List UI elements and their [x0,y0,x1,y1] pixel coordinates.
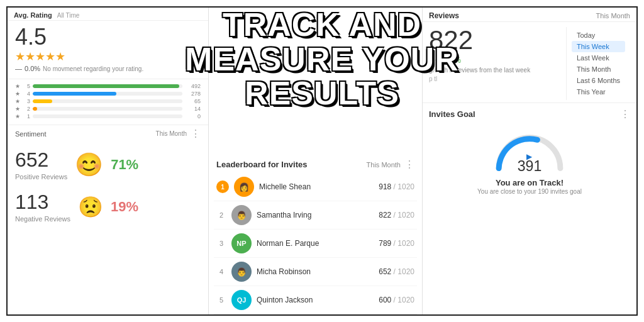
right-panel: Reviews This Month 822 ↑ +23.8% growth i… [423,8,636,314]
sentiment-more-icon[interactable]: ⋮ [191,128,201,140]
reviews-truncated: p tl [429,75,560,82]
negative-label: Negative Reviews [15,215,70,223]
reviews-count-block: 822 ↑ +23.8% growth in reviews from the … [429,27,560,100]
reviews-growth-text: growth in reviews from the last week [429,66,560,74]
middle-panel: Leaderboard for Invites This Month ⋮ 1 👩… [209,8,423,314]
bar-label-3: 3 [21,98,30,104]
bar-chart: ★ 5 492 ★ 4 278 ★ 3 6 [8,79,208,125]
leaderboard-period[interactable]: This Month [367,161,401,169]
leader-avatar-1: 👩 [234,177,254,197]
bar-count-2: 14 [185,106,201,112]
leader-item: 1 👩 Michelle Shean 918 / 1020 [214,173,417,201]
bar-count-5: 492 [185,83,201,89]
leaderboard-more-icon[interactable]: ⋮ [404,158,414,170]
menu-item-today[interactable]: Today [572,30,625,41]
leaderboard-header: Leaderboard for Invites This Month ⋮ [209,153,422,173]
invites-goal-more-icon[interactable]: ⋮ [620,108,630,120]
left-panel: Avg. Rating All Time 4.5 ★★★★★ — 0.0% No… [8,8,209,314]
gauge-chart: ▶ 391 [486,126,574,177]
reviews-title: Reviews [429,11,459,20]
positive-label: Positive Reviews [15,173,67,180]
reviews-main: 822 ↑ +23.8% growth in reviews from the … [423,22,636,103]
bar-row-1: ★ 1 0 [15,113,201,119]
reviews-big-number: 822 [429,27,560,53]
bar-count-3: 65 [185,98,201,104]
reviews-period[interactable]: This Month [596,12,630,19]
up-arrow-icon: ↑ [429,56,433,65]
negative-row: 113 Negative Reviews 😟 19% [15,191,201,223]
sentiment-body: 652 Positive Reviews 😊 71% 113 Negative … [8,142,208,229]
bar-row-5: ★ 5 492 [15,83,201,89]
bar-track-3 [33,99,182,103]
bar-label-5: 5 [21,83,30,89]
leader-score-3: 789 / 1020 [379,239,414,248]
bar-dot: ★ [15,83,19,89]
positive-row: 652 Positive Reviews 😊 71% [15,148,201,180]
negative-count: 113 [15,191,48,214]
bar-fill-2 [33,107,37,111]
leaderboard-controls: This Month ⋮ [367,158,414,170]
leaderboard-title: Leaderboard for Invites [216,160,307,169]
reviews-header: Reviews This Month [423,8,636,22]
growth-pct: +23.8% [435,56,461,65]
menu-item-last-week[interactable]: Last Week [572,52,625,64]
leader-rank-3: 3 [216,240,226,247]
sentiment-title: Sentiment [15,130,47,138]
leader-name-4: Micha Robinson [257,267,374,276]
invites-track-text: You are on Track! [429,178,630,187]
right-sidebar-menu: Today This Week Last Week This Month Las… [566,27,630,100]
sentiment-controls: This Month ⋮ [156,128,201,140]
bar-fill-4 [33,92,116,96]
bar-dot-3: ★ [15,98,19,104]
bar-track-1 [33,114,182,118]
bar-row-3: ★ 3 65 [15,98,201,104]
menu-item-this-year[interactable]: This Year [572,86,625,97]
leader-name-1: Michelle Shean [259,182,374,191]
avg-rating-title: Avg. Rating [14,11,52,19]
rating-change-row: — 0.0% No movmenet regarding your rating… [15,65,201,72]
bar-track-5 [33,84,182,88]
bar-fill-3 [33,99,52,103]
change-dash: — [15,65,22,72]
bar-label-4: 4 [21,91,30,97]
leader-score-1: 918 / 1020 [379,182,414,191]
positive-emoji: 😊 [75,152,103,178]
menu-item-last-6-months[interactable]: Last 6 Months [572,75,625,86]
bar-row-4: ★ 4 278 [15,91,201,97]
bar-fill-5 [33,84,179,88]
leader-item: 2 👨 Samantha Irving 822 / 1020 [214,201,417,230]
rating-content: 4.5 ★★★★★ — 0.0% No movmenet regarding y… [8,21,208,79]
leader-name-3: Norman E. Parque [257,239,374,248]
leader-score-4: 652 / 1020 [379,267,414,276]
leader-avatar-2: 👨 [231,205,252,225]
invites-goal-title: Invites Goal [429,109,475,119]
leader-rank-4: 4 [216,268,226,275]
bar-track-4 [33,92,182,96]
svg-text:391: 391 [518,158,542,174]
change-text: No movmenet regarding your rating. [43,65,143,72]
menu-item-this-month[interactable]: This Month [572,64,625,75]
bar-dot-2: ★ [15,106,19,112]
leader-avatar-4: 👨 [231,262,252,282]
bar-dot-4: ★ [15,91,19,97]
rating-value: 4.5 [15,26,201,48]
negative-emoji: 😟 [78,195,103,219]
rating-stars: ★★★★★ [15,50,201,64]
avg-rating-subtitle: All Time [57,12,80,19]
bar-track-2 [33,107,182,111]
leader-item: 3 NP Norman E. Parque 789 / 1020 [214,230,417,258]
sentiment-period[interactable]: This Month [156,130,187,137]
bar-dot-1: ★ [15,113,19,119]
bar-row-2: ★ 2 14 [15,106,201,112]
bar-label-2: 2 [21,106,30,112]
leader-score-2: 822 / 1020 [379,211,414,219]
menu-item-this-week[interactable]: This Week [572,41,625,52]
invites-goal-header: Invites Goal ⋮ [429,108,630,120]
overlay-spacer [209,8,422,53]
bar-count-1: 0 [185,113,201,119]
leader-item: 5 QJ Quinton Jackson 600 / 1020 [214,286,417,314]
reviews-growth: ↑ +23.8% [429,56,560,65]
leader-rank-badge-1: 1 [216,180,229,193]
bar-label-1: 1 [21,113,30,119]
leader-name-5: Quinton Jackson [257,296,374,304]
